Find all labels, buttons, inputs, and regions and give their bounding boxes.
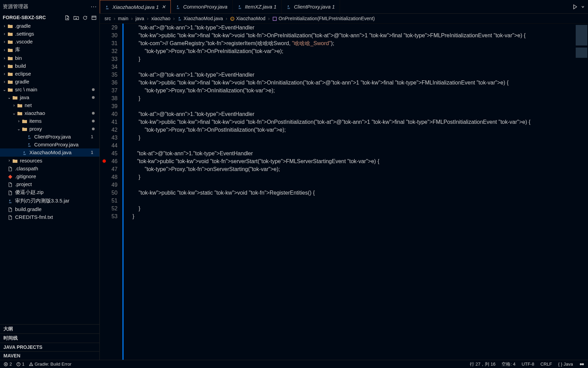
code-line[interactable]: "tok-type">Proxy."tok-fn">onServerStarti… — [126, 165, 574, 173]
status-cursor-pos[interactable]: 行 27，列 16 — [470, 361, 495, 367]
code-line[interactable]: "tok-kw">public "tok-kw">static "tok-kw"… — [126, 189, 574, 197]
code-line[interactable] — [126, 102, 574, 110]
line-number[interactable]: 34 — [100, 63, 118, 71]
folder-库[interactable]: ›库 — [0, 45, 99, 54]
folder-.vscode[interactable]: ›.vscode — [0, 38, 99, 45]
code-line[interactable]: } — [126, 134, 574, 142]
line-gutter[interactable]: 2930313233343536373839404142434445464748… — [100, 24, 124, 360]
new-file-icon[interactable] — [65, 14, 70, 21]
line-number[interactable]: 52 — [100, 205, 118, 212]
code-line[interactable]: } — [126, 55, 574, 63]
folder-xiaozhao[interactable]: ⌄xiaozhao — [0, 109, 99, 117]
status-eol[interactable]: CRLF — [541, 362, 552, 367]
line-number[interactable]: 29 — [100, 24, 118, 31]
code-line[interactable]: "tok-kw">public "tok-kw">final "tok-kw">… — [126, 31, 574, 39]
breadcrumb-item[interactable]: xiaozhao — [151, 16, 170, 21]
line-number[interactable]: 41 — [100, 118, 118, 126]
folder-net[interactable]: ›net — [0, 101, 99, 109]
code-content[interactable]: "tok-at">@"tok-ann">1."tok-type">EventHa… — [124, 24, 574, 360]
code-line[interactable]: "tok-at">@"tok-ann">1."tok-type">EventHa… — [126, 110, 574, 118]
collapse-icon[interactable] — [91, 14, 97, 21]
java-projects-section[interactable]: JAVA PROJECTS — [0, 343, 99, 351]
tab-ItemXZ.java[interactable]: ItemXZ.java 1 — [233, 0, 282, 13]
folder-src \ main[interactable]: ⌄src \ main — [0, 86, 99, 93]
copilot-icon[interactable] — [579, 361, 585, 367]
line-number[interactable]: 32 — [100, 47, 118, 55]
tab-ClientProxy.java[interactable]: ClientProxy.java 1 — [282, 0, 340, 13]
line-number[interactable]: 35 — [100, 71, 118, 79]
line-number[interactable]: 38 — [100, 94, 118, 102]
line-number[interactable]: 42 — [100, 126, 118, 134]
folder-eclipse[interactable]: ›eclipse — [0, 70, 99, 78]
code-line[interactable]: "tok-type">Proxy."tok-fn">OnPostInitiali… — [126, 126, 574, 134]
breadcrumb[interactable]: src›main›java›xiaozhao› XiaozhaoMod.java… — [100, 14, 588, 24]
folder-gradle[interactable]: ›gradle — [0, 78, 99, 86]
code-line[interactable]: "tok-kw">public "tok-kw">final "tok-kw">… — [126, 79, 574, 87]
line-number[interactable]: 40 — [100, 110, 118, 118]
line-number[interactable]: 45 — [100, 149, 118, 157]
code-line[interactable] — [126, 181, 574, 189]
run-icon[interactable] — [572, 4, 578, 10]
new-folder-icon[interactable] — [73, 14, 79, 21]
folder-items[interactable]: ›items — [0, 117, 99, 125]
line-number[interactable]: 44 — [100, 142, 118, 149]
code-line[interactable] — [126, 142, 574, 149]
breadcrumb-item[interactable]: XiaozhaoMod.java — [177, 16, 223, 21]
code-line[interactable]: "tok-at">@"tok-ann">1."tok-type">EventHa… — [126, 149, 574, 157]
line-number[interactable]: 39 — [100, 102, 118, 110]
file-.classpath[interactable]: .classpath — [0, 165, 99, 172]
tab-XiaozhaoMod.java[interactable]: XiaozhaoMod.java 1✕ — [100, 0, 171, 13]
tab-CommonProxy.java[interactable]: CommonProxy.java — [171, 0, 233, 13]
code-line[interactable]: "tok-type">Proxy."tok-fn">OnPreInitializ… — [126, 47, 574, 55]
folder-resources[interactable]: ›resources — [0, 157, 99, 165]
breadcrumb-item[interactable]: OnPreInitialization(FMLPreInitialization… — [272, 16, 375, 21]
folder-proxy[interactable]: ⌄proxy — [0, 125, 99, 133]
breadcrumb-item[interactable]: java — [135, 16, 144, 21]
code-area[interactable]: 2930313233343536373839404142434445464748… — [100, 24, 588, 360]
line-number[interactable]: 43 — [100, 134, 118, 142]
folder-.gradle[interactable]: ›.gradle — [0, 22, 99, 30]
file-傻逼小赵.zip[interactable]: 傻逼小赵.zip — [0, 188, 99, 197]
line-number[interactable]: 51 — [100, 197, 118, 205]
code-line[interactable]: "tok-kw">public "tok-kw">final "tok-kw">… — [126, 118, 574, 126]
breadcrumb-item[interactable]: src — [105, 16, 111, 21]
outline-section[interactable]: 大纲 — [0, 324, 99, 333]
line-number[interactable]: 33 — [100, 55, 118, 63]
line-number[interactable]: 48 — [100, 173, 118, 181]
line-number[interactable]: 36 — [100, 79, 118, 87]
code-line[interactable]: "tok-type">Proxy."tok-fn">OnInitializati… — [126, 87, 574, 94]
code-line[interactable]: } — [126, 205, 574, 212]
close-icon[interactable]: ✕ — [162, 4, 166, 10]
refresh-icon[interactable] — [82, 14, 88, 21]
code-line[interactable]: "tok-at">@"tok-ann">1."tok-type">EventHa… — [126, 71, 574, 79]
file-.project[interactable]: .project — [0, 180, 99, 188]
timeline-section[interactable]: 时间线 — [0, 333, 99, 343]
breadcrumb-item[interactable]: C XiaozhaoMod — [230, 16, 265, 21]
file-.gitignore[interactable]: .gitignore — [0, 172, 99, 180]
minimap[interactable] — [574, 24, 588, 360]
code-line[interactable]: "tok-kw">public "tok-kw">void "tok-fn">s… — [126, 157, 574, 165]
code-line[interactable]: } — [126, 94, 574, 102]
folder-java[interactable]: ⌄java — [0, 93, 99, 101]
status-spaces[interactable]: 空格: 4 — [502, 361, 515, 367]
status-build[interactable]: Gradle: Build Error — [29, 362, 71, 367]
file-XiaozhaoMod.java[interactable]: XiaozhaoMod.java1 — [0, 148, 99, 156]
code-line[interactable] — [126, 63, 574, 71]
more-actions-icon[interactable]: ⋯ — [91, 3, 97, 10]
file-CREDITS-fml.txt[interactable]: CREDITS-fml.txt — [0, 213, 99, 221]
line-number[interactable]: 49 — [100, 181, 118, 189]
project-header[interactable]: FORGE-SBXZ-SRC — [0, 13, 99, 22]
run-dropdown-icon[interactable] — [581, 4, 585, 10]
line-number[interactable]: 37 — [100, 87, 118, 94]
folder-.settings[interactable]: ›.settings — [0, 30, 99, 38]
line-number[interactable]: 30 — [100, 31, 118, 39]
line-number[interactable]: 53 — [100, 212, 118, 220]
breadcrumb-item[interactable]: main — [118, 16, 128, 21]
line-number[interactable]: 47 — [100, 165, 118, 173]
folder-bin[interactable]: ›bin — [0, 54, 99, 62]
code-line[interactable] — [126, 197, 574, 205]
code-line[interactable]: } — [126, 173, 574, 181]
status-errors[interactable]: 2 — [3, 362, 12, 367]
maven-section[interactable]: MAVEN — [0, 351, 99, 360]
status-encoding[interactable]: UTF-8 — [522, 362, 534, 367]
